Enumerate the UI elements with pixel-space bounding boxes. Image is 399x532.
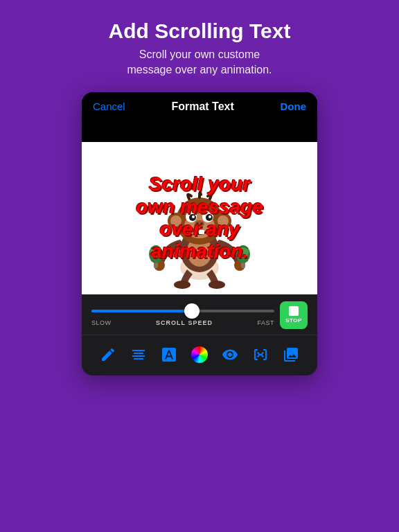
toolbar xyxy=(82,335,317,375)
animation-canvas: Scroll yourown messageover anyanimation. xyxy=(82,142,317,294)
stop-button[interactable]: STOP xyxy=(280,301,308,329)
done-button[interactable]: Done xyxy=(281,100,307,112)
slider-label-slow: SLOW xyxy=(91,319,112,326)
page-title: Add Scrolling Text xyxy=(109,19,291,43)
controls-bar: SLOW SCROLL SPEED FAST STOP xyxy=(82,294,317,335)
slider-fill xyxy=(91,310,192,312)
slider-label-center: SCROLL SPEED xyxy=(156,319,213,326)
eye-icon-button[interactable] xyxy=(218,342,242,367)
page-subtitle: Scroll your own customemessage over any … xyxy=(109,47,291,78)
edit-icon-button[interactable] xyxy=(96,342,121,367)
stop-label: STOP xyxy=(285,317,302,323)
color-wheel-icon-button[interactable] xyxy=(187,342,212,367)
slider-track xyxy=(91,310,274,312)
slider-thumb[interactable] xyxy=(184,303,200,319)
scroll-text-overlay: Scroll yourown messageover anyanimation. xyxy=(82,142,317,294)
scroll-speed-slider-wrapper: SLOW SCROLL SPEED FAST xyxy=(91,304,274,326)
text-cursor-icon-button[interactable] xyxy=(248,342,273,367)
slider-row: SLOW SCROLL SPEED FAST STOP xyxy=(91,301,308,329)
phone-frame: Cancel Format Text Done xyxy=(82,92,317,375)
top-bar: Cancel Format Text Done xyxy=(82,92,317,121)
gallery-icon-button[interactable] xyxy=(278,342,303,367)
stop-icon xyxy=(289,306,299,316)
black-spacer xyxy=(82,121,317,142)
color-wheel-icon xyxy=(191,346,208,363)
scroll-text: Scroll yourown messageover anyanimation. xyxy=(129,173,270,263)
slider-labels: SLOW SCROLL SPEED FAST xyxy=(91,319,274,326)
slider-label-fast: FAST xyxy=(257,319,274,326)
cancel-button[interactable]: Cancel xyxy=(93,100,125,112)
align-icon-button[interactable] xyxy=(126,342,151,367)
font-icon-button[interactable] xyxy=(157,342,181,367)
format-text-title: Format Text xyxy=(171,100,233,113)
page-header: Add Scrolling Text Scroll your own custo… xyxy=(95,0,305,87)
slider-track-container[interactable] xyxy=(91,304,274,318)
